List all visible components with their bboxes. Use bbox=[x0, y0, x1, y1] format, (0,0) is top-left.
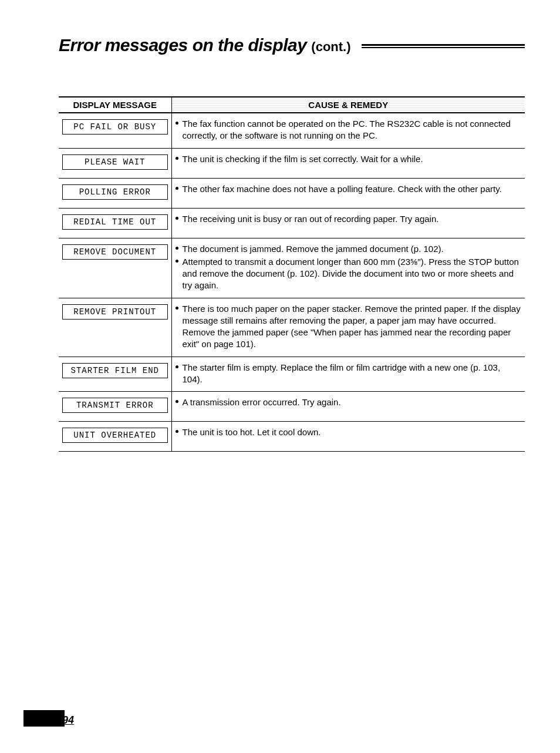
display-message-cell: PLEASE WAIT bbox=[59, 148, 171, 178]
page-title-suffix: (cont.) bbox=[311, 39, 350, 55]
remedy-item: The unit is too hot. Let it cool down. bbox=[176, 426, 522, 438]
remedy-item: There is too much paper on the paper sta… bbox=[176, 303, 522, 351]
page-footer: 94 bbox=[23, 710, 79, 727]
cause-remedy-cell: A transmission error occurred. Try again… bbox=[171, 392, 525, 422]
display-message-lcd: PC FAIL OR BUSY bbox=[62, 119, 168, 135]
remedy-list: A transmission error occurred. Try again… bbox=[176, 396, 522, 408]
remedy-item: A transmission error occurred. Try again… bbox=[176, 396, 522, 408]
page-title-row: Error messages on the display (cont.) bbox=[59, 35, 525, 55]
remedy-list: The other fax machine does not have a po… bbox=[176, 183, 522, 195]
display-message-lcd: POLLING ERROR bbox=[62, 184, 168, 200]
remedy-item: The other fax machine does not have a po… bbox=[176, 183, 522, 195]
title-rule-icon bbox=[362, 44, 525, 49]
page-title: Error messages on the display bbox=[59, 35, 306, 55]
cause-remedy-cell: The unit is too hot. Let it cool down. bbox=[171, 422, 525, 452]
page: Error messages on the display (cont.) DI… bbox=[0, 0, 560, 753]
thumb-tab-icon bbox=[23, 710, 65, 727]
display-message-lcd: REMOVE DOCUMENT bbox=[62, 244, 168, 260]
remedy-item: The document is jammed. Remove the jamme… bbox=[176, 243, 522, 255]
remedy-list: The receiving unit is busy or ran out of… bbox=[176, 213, 522, 225]
table-row: STARTER FILM ENDThe starter film is empt… bbox=[59, 357, 525, 392]
cause-remedy-cell: The other fax machine does not have a po… bbox=[171, 178, 525, 208]
remedy-list: The starter film is empty. Replace the f… bbox=[176, 362, 522, 386]
table-row: UNIT OVERHEATEDThe unit is too hot. Let … bbox=[59, 422, 525, 452]
cause-remedy-cell: The receiving unit is busy or ran out of… bbox=[171, 208, 525, 238]
remedy-list: The unit is checking if the film is set … bbox=[176, 153, 522, 165]
display-message-cell: REMOVE DOCUMENT bbox=[59, 238, 171, 298]
remedy-list: The unit is too hot. Let it cool down. bbox=[176, 426, 522, 438]
display-message-lcd: UNIT OVERHEATED bbox=[62, 428, 168, 443]
display-message-lcd: PLEASE WAIT bbox=[62, 154, 168, 170]
display-message-cell: PC FAIL OR BUSY bbox=[59, 113, 171, 148]
remedy-item: Attempted to transmit a document longer … bbox=[176, 256, 522, 292]
table-row: PLEASE WAITThe unit is checking if the f… bbox=[59, 148, 525, 178]
remedy-item: The unit is checking if the film is set … bbox=[176, 153, 522, 165]
display-message-cell: POLLING ERROR bbox=[59, 178, 171, 208]
table-row: TRANSMIT ERRORA transmission error occur… bbox=[59, 392, 525, 422]
header-cause-remedy: CAUSE & REMEDY bbox=[171, 97, 525, 113]
table-row: REMOVE PRINTOUTThere is too much paper o… bbox=[59, 298, 525, 357]
cause-remedy-cell: The starter film is empty. Replace the f… bbox=[171, 357, 525, 392]
remedy-list: The document is jammed. Remove the jamme… bbox=[176, 243, 522, 292]
cause-remedy-cell: The document is jammed. Remove the jamme… bbox=[171, 238, 525, 298]
cause-remedy-cell: The unit is checking if the film is set … bbox=[171, 148, 525, 178]
remedy-item: The fax function cannot be operated on t… bbox=[176, 118, 522, 142]
table-row: REDIAL TIME OUTThe receiving unit is bus… bbox=[59, 208, 525, 238]
table-row: REMOVE DOCUMENTThe document is jammed. R… bbox=[59, 238, 525, 298]
remedy-list: The fax function cannot be operated on t… bbox=[176, 118, 522, 142]
display-message-lcd: REDIAL TIME OUT bbox=[62, 214, 168, 230]
display-message-lcd: REMOVE PRINTOUT bbox=[62, 304, 168, 320]
display-message-cell: UNIT OVERHEATED bbox=[59, 422, 171, 452]
display-message-cell: TRANSMIT ERROR bbox=[59, 392, 171, 422]
cause-remedy-cell: There is too much paper on the paper sta… bbox=[171, 298, 525, 357]
display-message-lcd: TRANSMIT ERROR bbox=[62, 398, 168, 413]
display-message-cell: STARTER FILM END bbox=[59, 357, 171, 392]
display-message-cell: REDIAL TIME OUT bbox=[59, 208, 171, 238]
page-number: 94 bbox=[62, 714, 74, 727]
table-row: PC FAIL OR BUSYThe fax function cannot b… bbox=[59, 113, 525, 148]
remedy-item: The receiving unit is busy or ran out of… bbox=[176, 213, 522, 225]
remedy-list: There is too much paper on the paper sta… bbox=[176, 303, 522, 351]
table-header-row: DISPLAY MESSAGE CAUSE & REMEDY bbox=[59, 97, 525, 113]
display-message-lcd: STARTER FILM END bbox=[62, 363, 168, 378]
remedy-item: The starter film is empty. Replace the f… bbox=[176, 362, 522, 386]
error-messages-table: DISPLAY MESSAGE CAUSE & REMEDY PC FAIL O… bbox=[59, 96, 525, 452]
cause-remedy-cell: The fax function cannot be operated on t… bbox=[171, 113, 525, 148]
table-row: POLLING ERRORThe other fax machine does … bbox=[59, 178, 525, 208]
display-message-cell: REMOVE PRINTOUT bbox=[59, 298, 171, 357]
header-display-message: DISPLAY MESSAGE bbox=[59, 97, 171, 113]
